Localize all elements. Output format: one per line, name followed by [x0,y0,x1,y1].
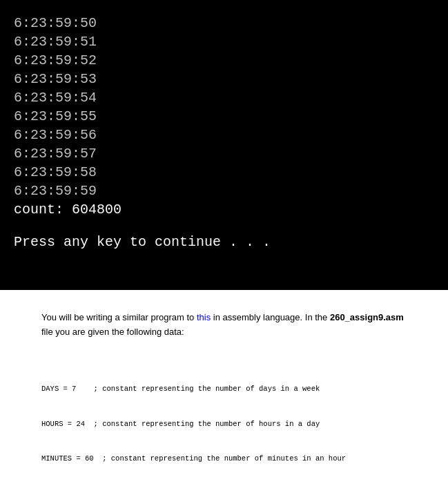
terminal-press-line: Press any key to continue . . . [14,233,434,251]
code-constants: DAYS = 7 ; constant representing the num… [41,360,407,484]
code-line-minutes: MINUTES = 60 ; constant representing the… [41,453,407,465]
terminal-window: 6:23:59:50 6:23:59:51 6:23:59:52 6:23:59… [0,0,448,290]
description-text-middle: in assembly language. In the [211,312,330,322]
terminal-line-6: 6:23:59:55 [14,107,434,126]
code-line-hours: HOURS = 24 ; constant representing the n… [41,418,407,430]
description-link[interactable]: this [197,312,211,322]
description-paragraph: You will be writing a similar program to… [41,311,407,340]
description-text-before: You will be writing a similar program to [41,312,197,322]
terminal-line-3: 6:23:59:52 [14,51,434,70]
terminal-lines: 6:23:59:50 6:23:59:51 6:23:59:52 6:23:59… [14,14,434,251]
code-line-days: DAYS = 7 ; constant representing the num… [41,383,407,395]
terminal-count-line: count: 604800 [14,200,434,219]
terminal-line-7: 6:23:59:56 [14,126,434,144]
terminal-line-9: 6:23:59:58 [14,163,434,182]
code-constants-section: DAYS = 7 ; constant representing the num… [0,354,448,484]
terminal-line-10: 6:23:59:59 [14,182,434,200]
description-area: You will be writing a similar program to… [0,290,448,354]
terminal-line-8: 6:23:59:57 [14,144,434,163]
description-bold: 260_assign9.asm [330,312,404,322]
terminal-line-2: 6:23:59:51 [14,32,434,51]
terminal-line-5: 6:23:59:54 [14,88,434,107]
description-text-after: file you are given the following data: [41,327,184,337]
terminal-line-4: 6:23:59:53 [14,70,434,88]
terminal-line-1: 6:23:59:50 [14,14,434,32]
page-container: 6:23:59:50 6:23:59:51 6:23:59:52 6:23:59… [0,0,448,484]
